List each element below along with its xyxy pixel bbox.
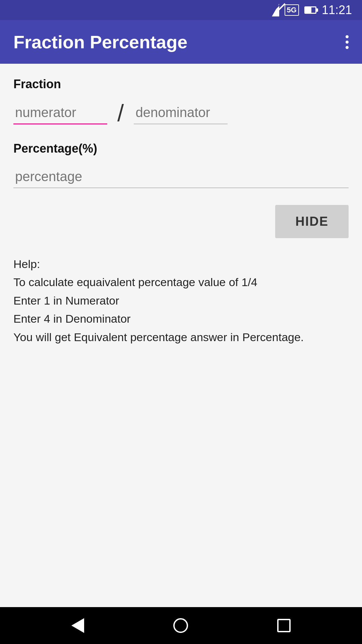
status-bar: 5G 11:21 [0,0,362,20]
more-options-button[interactable] [346,35,349,49]
home-icon [173,618,188,633]
percentage-input[interactable] [13,166,349,188]
percentage-label: Percentage(%) [13,142,349,156]
fraction-section: Fraction / [13,77,349,125]
denominator-input[interactable] [134,102,228,124]
nav-bar [0,607,362,644]
more-dot-3 [346,46,349,49]
main-content: Fraction / Percentage(%) HIDE Help:To ca… [0,64,362,607]
battery-container [304,6,316,14]
network-badge: 5G [285,4,299,16]
numerator-input[interactable] [13,102,107,124]
fraction-label: Fraction [13,77,349,91]
app-bar: Fraction Percentage [0,20,362,64]
recents-button[interactable] [277,619,291,632]
hide-button[interactable]: HIDE [275,205,349,238]
status-time: 11:21 [322,3,352,17]
more-dot-2 [346,41,349,44]
battery-icon [304,6,316,14]
fraction-row: / [13,101,349,125]
app-title: Fraction Percentage [13,32,187,52]
button-row: HIDE [13,205,349,238]
help-text: Help:To calculate equaivalent percentage… [13,258,304,343]
more-dot-1 [346,35,349,38]
help-section: Help:To calculate equaivalent percentage… [13,255,349,346]
percentage-section: Percentage(%) [13,142,349,188]
back-button[interactable] [71,618,84,633]
signal-icon [272,4,279,16]
status-icons: 5G 11:21 [272,3,352,17]
recents-icon [277,619,291,632]
back-icon [71,618,84,633]
home-button[interactable] [173,618,188,633]
fraction-slash: / [117,101,124,125]
